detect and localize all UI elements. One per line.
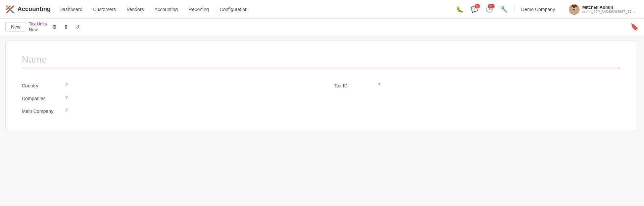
nav-reporting[interactable]: Reporting <box>184 4 214 15</box>
demo-company-label: Demo Company <box>521 7 555 12</box>
nav-configuration[interactable]: Configuration <box>215 4 252 15</box>
clock-icon-button[interactable]: 🕐 21 <box>483 3 495 15</box>
refresh-icon-button[interactable]: ↺ <box>72 22 82 32</box>
new-button[interactable]: New <box>5 22 26 31</box>
nav-divider-2 <box>562 5 562 13</box>
nav-accounting[interactable]: Accounting <box>150 4 183 15</box>
main-company-help-icon[interactable]: ? <box>65 108 68 113</box>
user-menu[interactable]: Mitchell Admin demo_170_646d0f203987_170… <box>566 3 639 16</box>
form-right-col: Tax ID ? <box>321 79 620 117</box>
form-left-col: Country ? Companies ? Main Company ? <box>22 79 321 117</box>
form-card: Country ? Companies ? Main Company ? <box>5 41 636 131</box>
svg-point-13 <box>575 7 576 8</box>
svg-point-12 <box>573 7 574 8</box>
wrench-icon: 🔧 <box>500 6 508 13</box>
action-icons-group: ⚙ ⬆ ↺ <box>49 22 82 32</box>
action-bar: New Tax Units New ⚙ ⬆ ↺ 🔖 <box>0 19 644 35</box>
user-sub: demo_170_646d0f203987_1704... <box>582 10 636 14</box>
breadcrumb-current: New <box>29 27 47 32</box>
clock-badge: 21 <box>488 4 495 8</box>
breadcrumb-parent-link[interactable]: Tax Units <box>29 21 47 26</box>
demo-company-selector[interactable]: Demo Company <box>518 5 558 13</box>
app-logo[interactable]: Accounting <box>5 5 51 14</box>
nav-right-actions: 🐛 💬 5 🕐 21 🔧 Demo Company <box>454 3 639 16</box>
main-company-label: Main Company <box>22 108 62 114</box>
navbar: Accounting Dashboard Customers Vendors A… <box>0 0 644 19</box>
settings-icon-button[interactable]: ⚙ <box>49 22 59 32</box>
nav-divider-1 <box>514 5 514 13</box>
country-label: Country <box>22 82 62 88</box>
field-main-company: Main Company ? <box>22 105 321 117</box>
companies-help-icon[interactable]: ? <box>65 95 68 100</box>
field-tax-id: Tax ID ? <box>321 79 620 92</box>
upload-icon: ⬆ <box>64 24 68 30</box>
breadcrumb: Tax Units New <box>29 21 47 32</box>
logo-icon <box>5 5 15 14</box>
chat-icon-button[interactable]: 💬 5 <box>468 3 481 15</box>
bug-icon: 🐛 <box>456 6 463 13</box>
nav-dashboard[interactable]: Dashboard <box>55 4 87 15</box>
bug-icon-button[interactable]: 🐛 <box>454 3 466 15</box>
country-help-icon[interactable]: ? <box>65 82 68 87</box>
user-name: Mitchell Admin <box>582 5 636 10</box>
name-input[interactable] <box>22 54 620 68</box>
svg-line-4 <box>10 9 13 13</box>
upload-icon-button[interactable]: ⬆ <box>61 22 71 32</box>
form-fields: Country ? Companies ? Main Company ? <box>22 79 620 117</box>
main-content: Country ? Companies ? Main Company ? <box>0 35 644 136</box>
avatar <box>569 4 580 15</box>
app-title: Accounting <box>17 6 51 13</box>
field-companies: Companies ? <box>22 92 321 105</box>
svg-rect-14 <box>572 5 577 8</box>
tax-id-label: Tax ID <box>334 82 375 88</box>
chat-badge: 5 <box>475 4 480 8</box>
bookmark-icon-button[interactable]: 🔖 <box>630 23 639 31</box>
nav-vendors[interactable]: Vendors <box>122 4 148 15</box>
companies-label: Companies <box>22 95 62 101</box>
refresh-icon: ↺ <box>75 24 80 30</box>
settings-icon: ⚙ <box>52 24 57 30</box>
user-info: Mitchell Admin demo_170_646d0f203987_170… <box>582 5 636 14</box>
tax-id-help-icon[interactable]: ? <box>378 82 380 87</box>
nav-customers[interactable]: Customers <box>89 4 121 15</box>
field-country: Country ? <box>22 79 321 92</box>
wrench-icon-button[interactable]: 🔧 <box>498 3 510 15</box>
